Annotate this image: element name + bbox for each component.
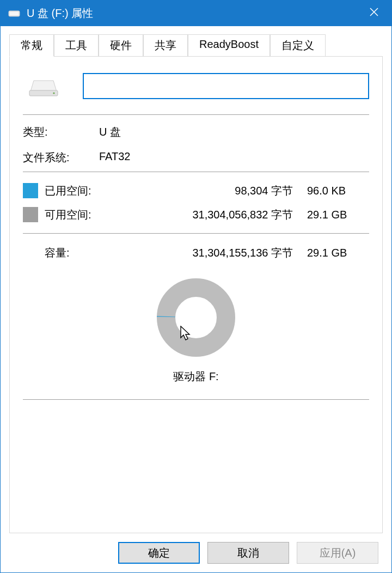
tab-custom[interactable]: 自定义 bbox=[270, 34, 326, 57]
used-label: 已用空间: bbox=[45, 184, 115, 198]
capacity-row: 容量: 31,304,155,136 字节 29.1 GB bbox=[23, 240, 369, 266]
svg-point-3 bbox=[53, 92, 54, 94]
tab-tools[interactable]: 工具 bbox=[54, 34, 99, 57]
general-panel: 类型: U 盘 文件系统: FAT32 已用空间: 98,304 字节 96.0… bbox=[9, 56, 383, 533]
dialog-buttons: 确定 取消 应用(A) bbox=[1, 533, 391, 572]
svg-point-4 bbox=[166, 288, 226, 348]
filesystem-value: FAT32 bbox=[99, 150, 369, 165]
used-bytes: 98,304 字节 bbox=[115, 184, 298, 198]
used-swatch bbox=[23, 183, 38, 198]
tab-general[interactable]: 常规 bbox=[9, 34, 54, 57]
volume-name-input[interactable] bbox=[83, 73, 369, 99]
drive-label: 驱动器 F: bbox=[23, 364, 369, 393]
free-swatch bbox=[23, 207, 38, 222]
type-label: 类型: bbox=[23, 125, 99, 139]
ok-button[interactable]: 确定 bbox=[118, 542, 200, 564]
dialog-body: 常规 工具 硬件 共享 ReadyBoost 自定义 bbox=[1, 26, 391, 572]
titlebar[interactable]: U 盘 (F:) 属性 bbox=[1, 0, 391, 26]
filesystem-label: 文件系统: bbox=[23, 150, 99, 165]
apply-button: 应用(A) bbox=[297, 542, 378, 564]
drive-icon-large bbox=[23, 74, 83, 98]
separator bbox=[23, 233, 369, 234]
tab-sharing[interactable]: 共享 bbox=[143, 34, 188, 57]
separator bbox=[23, 172, 369, 172]
capacity-label: 容量: bbox=[45, 246, 115, 260]
free-label: 可用空间: bbox=[45, 208, 115, 222]
separator bbox=[23, 114, 369, 115]
tab-hardware[interactable]: 硬件 bbox=[99, 34, 143, 57]
tab-readyboost[interactable]: ReadyBoost bbox=[188, 34, 270, 57]
used-space-row: 已用空间: 98,304 字节 96.0 KB bbox=[23, 179, 369, 203]
used-human: 96.0 KB bbox=[298, 185, 369, 197]
drive-icon bbox=[8, 9, 20, 17]
usage-donut bbox=[23, 277, 369, 358]
close-button[interactable] bbox=[359, 0, 389, 26]
window-title: U 盘 (F:) 属性 bbox=[27, 6, 359, 21]
separator bbox=[23, 399, 369, 400]
free-bytes: 31,304,056,832 字节 bbox=[115, 208, 298, 222]
type-value: U 盘 bbox=[99, 125, 369, 139]
free-human: 29.1 GB bbox=[298, 209, 369, 221]
capacity-bytes: 31,304,155,136 字节 bbox=[115, 246, 298, 260]
capacity-human: 29.1 GB bbox=[298, 247, 369, 259]
tab-strip: 常规 工具 硬件 共享 ReadyBoost 自定义 bbox=[1, 26, 391, 56]
properties-window: U 盘 (F:) 属性 常规 工具 硬件 共享 ReadyBoost 自定义 bbox=[0, 0, 392, 573]
close-icon bbox=[369, 7, 379, 19]
cancel-button[interactable]: 取消 bbox=[207, 542, 289, 564]
svg-rect-1 bbox=[10, 12, 19, 15]
free-space-row: 可用空间: 31,304,056,832 字节 29.1 GB bbox=[23, 203, 369, 227]
